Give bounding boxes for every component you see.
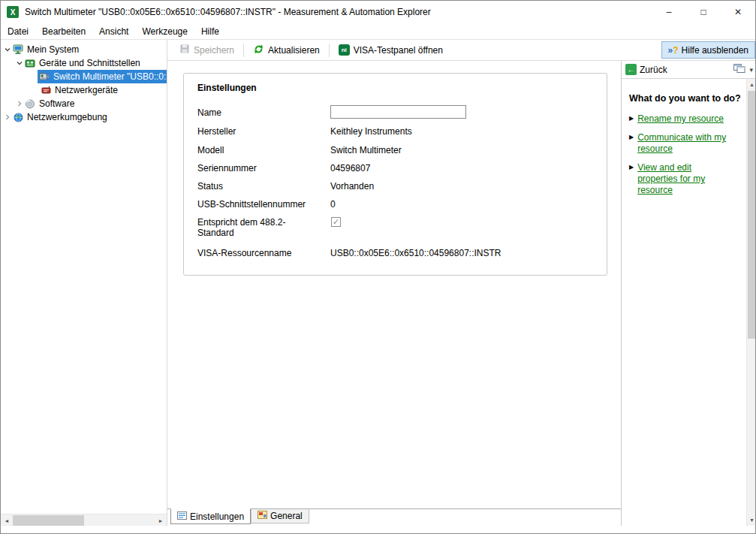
- menu-hilfe[interactable]: Hilfe: [194, 23, 226, 40]
- max-window: { "window": { "title": "Switch Multimete…: [0, 0, 756, 534]
- settings-tab-icon: [177, 511, 187, 522]
- bottom-tab-strip: Einstellungen General: [167, 508, 621, 526]
- seriennummer-value: 04596807: [330, 163, 370, 173]
- hide-help-button[interactable]: »? Hilfe ausblenden: [661, 41, 755, 59]
- help-vertical-scrollbar[interactable]: ▲ ▼: [746, 79, 756, 526]
- status-label: Status: [197, 181, 316, 192]
- groupbox-title: Einstellungen: [197, 83, 257, 93]
- network-globe-icon: [12, 112, 24, 122]
- back-arrow-icon: ←: [625, 64, 637, 75]
- field-row-seriennummer: Seriennummer 04596807: [197, 163, 598, 173]
- panel-layout-icon[interactable]: [733, 64, 745, 76]
- field-row-name: Name: [197, 107, 598, 118]
- tree-item-netzwerkumgebung[interactable]: Netzwerkumgebung: [1, 110, 167, 124]
- scroll-right-icon[interactable]: ►: [155, 514, 167, 526]
- scrollbar-thumb[interactable]: [13, 515, 84, 526]
- scroll-up-icon[interactable]: ▲: [747, 79, 756, 90]
- standard-488-checkbox[interactable]: ✓: [331, 217, 341, 227]
- device-board-icon: [24, 58, 36, 68]
- seriennummer-label: Seriennummer: [197, 163, 316, 173]
- help-toggle-icon: »?: [668, 45, 679, 56]
- chevron-expanded-icon[interactable]: [15, 59, 24, 68]
- tab-general[interactable]: General: [251, 509, 309, 523]
- hersteller-value: Keithley Instruments: [330, 126, 412, 137]
- tab-einstellungen[interactable]: Einstellungen: [170, 508, 251, 524]
- link-bullet-icon: ▶: [629, 162, 634, 196]
- help-link-communicate: ▶ Communicate with my resource: [629, 132, 742, 155]
- refresh-icon: [253, 44, 264, 57]
- visa-name-label: VISA-Ressourcenname: [197, 248, 316, 258]
- chevron-collapsed-icon[interactable]: [15, 99, 24, 108]
- chevron-collapsed-icon[interactable]: [3, 113, 12, 122]
- help-toolbar: ← Zurück ▾: [622, 61, 756, 79]
- field-row-488-standard: Entspricht dem 488.2-Standard ✓: [197, 217, 598, 238]
- refresh-button-label: Aktualisieren: [268, 45, 320, 56]
- maximize-button[interactable]: □: [686, 1, 721, 23]
- save-button-label: Speichern: [194, 45, 234, 56]
- refresh-button[interactable]: Aktualisieren: [247, 41, 326, 59]
- help-content: What do you want to do? ▶ Rename my reso…: [622, 79, 756, 196]
- usb-nummer-label: USB-Schnittstellennummer: [197, 199, 316, 210]
- menu-bearbeiten[interactable]: Bearbeiten: [35, 23, 92, 40]
- help-heading: What do you want to do?: [629, 92, 742, 104]
- scrollbar-thumb[interactable]: [748, 91, 756, 339]
- communicate-resource-link[interactable]: Communicate with my resource: [637, 132, 742, 155]
- network-device-icon: [40, 85, 52, 95]
- visa-name-value: USB0::0x05E6::0x6510::04596807::INSTR: [330, 248, 501, 258]
- tab-general-label: General: [270, 511, 303, 521]
- menu-datei[interactable]: Datei: [1, 23, 35, 40]
- tree-selection-highlight[interactable]: Switch Multimeter "USB0::0:: [38, 70, 167, 83]
- tree-horizontal-scrollbar[interactable]: ◄ ►: [1, 514, 167, 526]
- hide-help-label: Hilfe ausblenden: [682, 45, 748, 56]
- usb-nummer-value: 0: [330, 199, 336, 210]
- modell-label: Modell: [197, 145, 316, 155]
- minimize-button[interactable]: –: [652, 1, 686, 23]
- close-button[interactable]: ✕: [721, 1, 755, 23]
- title-bar: X Switch Multimeter "USB0::0x05E6::0x651…: [1, 1, 755, 23]
- visa-testpanel-button[interactable]: ni VISA-Testpanel öffnen: [333, 41, 449, 59]
- menu-ansicht[interactable]: Ansicht: [92, 23, 135, 40]
- modell-value: Switch Multimeter: [330, 145, 402, 155]
- field-row-hersteller: Hersteller Keithley Instruments: [197, 126, 598, 137]
- main-toolbar: Speichern Aktualisieren ni VISA-Testpane…: [167, 40, 756, 61]
- app-icon: X: [7, 6, 19, 18]
- tree-item-switch-multimeter[interactable]: Switch Multimeter "USB0::0:: [1, 70, 167, 83]
- save-button[interactable]: Speichern: [173, 41, 240, 59]
- field-row-status: Status Vorhanden: [197, 181, 598, 192]
- help-link-rename: ▶ Rename my resource: [629, 113, 742, 125]
- tree-item-mein-system[interactable]: Mein System: [1, 43, 167, 56]
- tree-item-netzwerkgeraete[interactable]: Netzwerkgeräte: [1, 83, 167, 97]
- content-panel: Einstellungen Name Hersteller Keithley I…: [167, 61, 621, 526]
- tab-einstellungen-label: Einstellungen: [190, 511, 244, 522]
- back-button[interactable]: ← Zurück: [624, 63, 672, 76]
- system-tree-panel: Mein System Geräte und Schnittstellen Sw…: [1, 40, 167, 526]
- name-input[interactable]: [330, 105, 466, 119]
- field-row-usb-nummer: USB-Schnittstellennummer 0: [197, 199, 598, 210]
- chevron-expanded-icon[interactable]: [3, 45, 12, 54]
- toolbar-separator: [243, 44, 244, 57]
- field-row-visa-name: VISA-Ressourcenname USB0::0x05E6::0x6510…: [197, 248, 598, 258]
- help-panel: ← Zurück ▾ What do you want to do? ▶ Ren…: [621, 61, 756, 526]
- checkmark-icon: ✓: [333, 217, 339, 226]
- tree-item-label: Switch Multimeter "USB0::0:: [53, 71, 166, 82]
- multimeter-instrument-icon: [38, 71, 50, 82]
- rename-resource-link[interactable]: Rename my resource: [637, 113, 724, 125]
- hersteller-label: Hersteller: [197, 126, 316, 137]
- tree-item-software[interactable]: Software: [1, 97, 167, 110]
- tree-item-geraete-und-schnittstellen[interactable]: Geräte und Schnittstellen: [1, 56, 167, 70]
- ni-logo-icon: ni: [339, 44, 350, 56]
- visa-testpanel-label: VISA-Testpanel öffnen: [354, 45, 443, 56]
- scroll-down-icon[interactable]: ▼: [747, 514, 756, 526]
- tree-item-label: Software: [39, 98, 74, 109]
- view-edit-properties-link[interactable]: View and edit properties for my resource: [637, 162, 718, 196]
- tree-item-label: Mein System: [27, 44, 79, 55]
- window-title: Switch Multimeter "USB0::0x05E6::0x6510:…: [25, 7, 431, 17]
- menu-werkzeuge[interactable]: Werkzeuge: [135, 23, 194, 40]
- chevron-down-icon[interactable]: ▾: [748, 66, 754, 74]
- toolbar-separator: [329, 44, 330, 57]
- status-value: Vorhanden: [330, 181, 374, 192]
- back-button-label: Zurück: [640, 65, 667, 75]
- scroll-left-icon[interactable]: ◄: [1, 514, 13, 526]
- help-link-view-edit: ▶ View and edit properties for my resour…: [629, 162, 742, 196]
- tree-item-label: Geräte und Schnittstellen: [39, 58, 140, 68]
